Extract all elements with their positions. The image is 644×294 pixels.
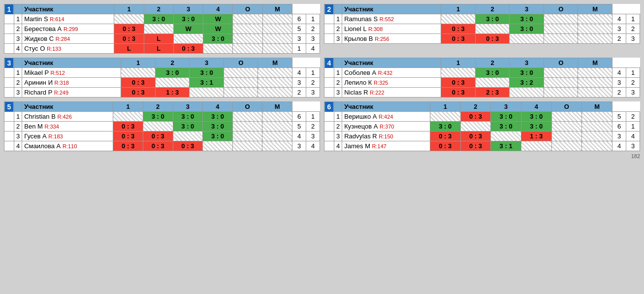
group-title-3: Участник (22, 58, 121, 68)
row-position: 1 (14, 14, 22, 24)
row-position: 2 (14, 78, 22, 88)
table-row: 4Стус О R:133LL0 : 314 (4, 44, 320, 54)
col-header-1-4: О (233, 4, 262, 14)
score-cell (544, 24, 578, 34)
score-cell: W (203, 14, 233, 24)
score-cell: 3 : 0 (203, 122, 233, 131)
score-cell (155, 78, 190, 88)
score-cell (551, 112, 582, 122)
score-cell (544, 88, 578, 98)
table-row: 2Кузнецов А R:3703 : 03 : 03 : 061 (324, 122, 640, 131)
player-rating: R:256 (375, 36, 389, 42)
group-table-1: 1Участник1234ОМ1Martin S R:6143 : 03 : 0… (4, 4, 320, 54)
score-cell: 3 : 0 (173, 122, 203, 131)
player-name: James M R:147 (342, 141, 430, 151)
points-m: 3 (306, 88, 320, 98)
score-cell (578, 24, 612, 34)
score-cell: 3 : 0 (203, 34, 233, 44)
player-name: Аринин И R:318 (22, 78, 121, 88)
col-header-4-4: М (578, 58, 612, 68)
score-cell: 3 : 0 (190, 68, 224, 78)
score-cell: 0 : 3 (460, 131, 491, 141)
table-row: 3Radvylas R R:1500 : 30 : 31 : 334 (324, 131, 640, 141)
player-rating: R:110 (63, 143, 77, 149)
player-name: Niclas R R:222 (342, 88, 441, 98)
score-cell: 0 : 3 (441, 78, 476, 88)
score-cell (475, 24, 510, 34)
group-2: 2Участник123ОМ1Ramunas S R:5523 : 03 : 0… (324, 4, 640, 54)
col-header-3-1: 2 (155, 58, 190, 68)
score-cell (232, 141, 262, 151)
points-o: 4 (612, 141, 626, 151)
group-table-6: 6Участник1234ОМ1Веришко А R:4240 : 33 : … (324, 101, 640, 151)
group-title-4: Участник (342, 58, 441, 68)
table-row: 2Аринин И R:3180 : 33 : 132 (4, 78, 320, 88)
points-m: 1 (306, 14, 320, 24)
group-title-1: Участник (22, 4, 114, 14)
score-cell: 3 : 0 (430, 122, 460, 131)
points-o: 5 (292, 122, 306, 131)
points-o: 5 (612, 112, 626, 122)
score-cell (582, 112, 612, 122)
player-rating: R:222 (370, 90, 384, 96)
player-rating: R:318 (55, 80, 69, 86)
score-cell: 0 : 3 (143, 131, 173, 141)
row-position: 2 (14, 122, 22, 131)
main-grid: 1Участник1234ОМ1Martin S R:6143 : 03 : 0… (4, 4, 640, 151)
score-cell (232, 122, 262, 131)
points-o: 3 (292, 78, 306, 88)
col-header-3-3: О (224, 58, 258, 68)
points-o: 4 (612, 14, 626, 24)
table-row: 3Richard P R:2490 : 31 : 323 (4, 88, 320, 98)
score-cell: 3 : 0 (521, 112, 551, 122)
player-rating: R:552 (380, 16, 394, 22)
score-cell (173, 131, 203, 141)
table-row: 2Lionel L R:3080 : 33 : 032 (324, 24, 640, 34)
score-cell: 0 : 3 (430, 131, 460, 141)
row-position: 3 (14, 88, 22, 98)
table-row: 4Смаилова А R:1100 : 30 : 30 : 334 (4, 141, 320, 151)
score-cell: 3 : 0 (475, 68, 510, 78)
score-cell (232, 112, 262, 122)
row-position: 2 (334, 78, 342, 88)
group-title-6: Участник (342, 102, 430, 112)
score-cell (578, 14, 612, 24)
col-header-2-0: 1 (441, 4, 476, 14)
score-cell (114, 14, 144, 24)
player-rating: R:325 (374, 80, 388, 86)
col-header-4-2: 3 (510, 58, 544, 68)
player-name: Берестова А R:299 (22, 24, 114, 34)
col-header-4-3: О (544, 58, 578, 68)
score-cell (113, 112, 143, 122)
points-m: 1 (626, 122, 640, 131)
score-cell (551, 141, 582, 151)
col-header-2-3: О (544, 4, 578, 14)
row-position: 1 (334, 14, 342, 24)
group-number-4: 4 (324, 58, 334, 68)
points-m: 4 (626, 131, 640, 141)
score-cell: 3 : 0 (491, 112, 521, 122)
score-cell (203, 141, 233, 151)
group-table-4: 4Участник123ОМ1Соболев А R:4323 : 03 : 0… (324, 58, 640, 98)
score-cell: 0 : 3 (173, 44, 203, 54)
col-header-1-3: 4 (203, 4, 233, 14)
row-position: 2 (334, 24, 342, 34)
col-header-6-5: М (582, 102, 612, 112)
col-header-5-0: 1 (113, 102, 143, 112)
points-m: 1 (306, 112, 320, 122)
points-m: 2 (626, 24, 640, 34)
score-cell (582, 131, 612, 141)
table-row: 3Жидков С R:2840 : 3L3 : 033 (4, 34, 320, 44)
score-cell: 0 : 3 (114, 24, 144, 34)
score-cell: 0 : 3 (441, 88, 476, 98)
score-cell (521, 141, 551, 151)
score-cell: 0 : 3 (460, 141, 491, 151)
score-cell (582, 141, 612, 151)
player-rating: R:432 (378, 70, 392, 76)
row-position: 3 (334, 34, 342, 44)
score-cell (578, 78, 612, 88)
points-o: 2 (612, 88, 626, 98)
score-cell (262, 14, 292, 24)
player-name: Ramunas S R:552 (342, 14, 441, 24)
score-cell (232, 131, 262, 141)
